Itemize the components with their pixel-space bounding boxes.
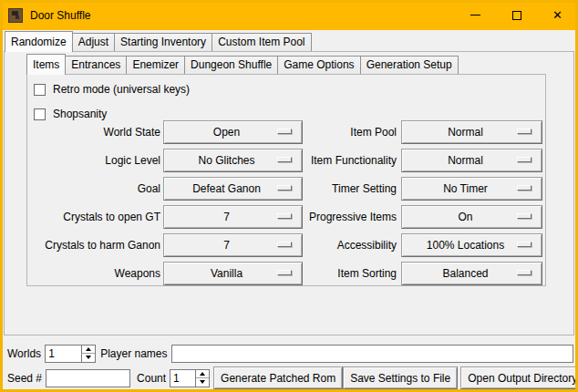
- crystals-ganon-value: 7: [223, 239, 230, 252]
- items-tab-panel: Retro mode (universal keys) Shopsanity W…: [26, 74, 546, 286]
- item-pool-dropdown[interactable]: Normal: [401, 120, 542, 144]
- shopsanity-option: Shopsanity: [34, 107, 107, 121]
- goal-value: Defeat Ganon: [192, 182, 261, 195]
- retro-mode-option: Retro mode (universal keys): [34, 82, 190, 97]
- worlds-label: Worlds: [7, 347, 41, 360]
- tab-items[interactable]: Items: [26, 54, 66, 75]
- weapons-dropdown[interactable]: Vanilla: [163, 262, 303, 285]
- worlds-spin-up-button[interactable]: [82, 346, 95, 354]
- triangle-up-icon: [200, 372, 205, 376]
- triangle-down-icon: [86, 356, 91, 359]
- settings-row-1: World State Open Item Pool Normal: [27, 120, 545, 144]
- triangle-up-icon: [86, 347, 91, 351]
- dropdown-indicator-icon: [277, 185, 292, 191]
- maximize-button[interactable]: [496, 0, 537, 30]
- crystals-gt-label: Crystals to open GT: [35, 211, 160, 223]
- item-sorting-label: Item Sorting: [303, 267, 397, 280]
- worlds-row: Worlds Player names: [7, 344, 573, 363]
- maximize-icon: [512, 11, 521, 20]
- seed-input[interactable]: [46, 369, 130, 387]
- timer-setting-value: No Timer: [443, 182, 488, 195]
- logic-level-dropdown[interactable]: No Glitches: [163, 149, 303, 172]
- settings-row-3: Goal Defeat Ganon Timer Setting No Timer: [27, 177, 545, 201]
- goal-dropdown[interactable]: Defeat Ganon: [163, 177, 303, 201]
- timer-setting-label: Timer Setting: [303, 182, 397, 195]
- retro-mode-label: Retro mode (universal keys): [53, 83, 190, 96]
- progressive-items-value: On: [458, 211, 472, 223]
- progressive-items-label: Progressive Items: [303, 211, 397, 223]
- dropdown-indicator-icon: [277, 157, 292, 162]
- seed-row: Seed # Count Generate Patched Rom Save S…: [7, 366, 574, 389]
- progressive-items-dropdown[interactable]: On: [401, 205, 542, 229]
- dropdown-indicator-icon: [517, 157, 532, 162]
- item-functionality-dropdown[interactable]: Normal: [401, 149, 542, 172]
- tab-randomize[interactable]: Randomize: [5, 31, 73, 52]
- tab-adjust[interactable]: Adjust: [72, 33, 115, 51]
- dropdown-indicator-icon: [517, 185, 532, 191]
- settings-grid: World State Open Item Pool Normal Logic …: [27, 120, 545, 290]
- timer-setting-dropdown[interactable]: No Timer: [401, 177, 542, 201]
- minimize-button[interactable]: [455, 0, 496, 30]
- app-icon: [8, 8, 23, 23]
- weapons-value: Vanilla: [211, 267, 243, 280]
- tab-game-options[interactable]: Game Options: [277, 56, 360, 74]
- worlds-spin-buttons: [81, 346, 95, 362]
- accessibility-value: 100% Locations: [427, 239, 504, 252]
- settings-row-6: Weapons Vanilla Item Sorting Balanced: [27, 262, 545, 285]
- crystals-ganon-dropdown[interactable]: 7: [163, 233, 303, 257]
- minimize-icon: [470, 15, 480, 15]
- inner-tab-bar: Items Entrances Enemizer Dungeon Shuffle…: [26, 52, 458, 74]
- settings-row-4: Crystals to open GT 7 Progressive Items …: [27, 205, 545, 229]
- tab-starting-inventory[interactable]: Starting Inventory: [114, 33, 212, 51]
- window-title: Door Shuffle: [30, 9, 91, 22]
- item-sorting-dropdown[interactable]: Balanced: [401, 262, 542, 285]
- save-settings-button[interactable]: Save Settings to File: [343, 366, 458, 389]
- count-spinner: [170, 369, 210, 387]
- shopsanity-checkbox[interactable]: [34, 108, 46, 120]
- crystals-ganon-label: Crystals to harm Ganon: [35, 239, 160, 252]
- player-names-input[interactable]: [171, 345, 574, 363]
- tab-entrances[interactable]: Entrances: [65, 56, 127, 74]
- dropdown-indicator-icon: [277, 213, 292, 219]
- goal-label: Goal: [35, 182, 160, 195]
- count-spin-buttons: [195, 370, 209, 387]
- settings-row-2: Logic Level No Glitches Item Functionali…: [27, 149, 545, 172]
- generate-patched-rom-button[interactable]: Generate Patched Rom: [213, 366, 343, 389]
- accessibility-dropdown[interactable]: 100% Locations: [401, 233, 542, 257]
- tab-dungeon-shuffle[interactable]: Dungeon Shuffle: [184, 56, 278, 74]
- seed-label: Seed #: [7, 372, 42, 385]
- crystals-gt-dropdown[interactable]: 7: [163, 205, 303, 229]
- dropdown-indicator-icon: [277, 242, 292, 247]
- tab-custom-item-pool[interactable]: Custom Item Pool: [212, 33, 311, 51]
- retro-mode-checkbox[interactable]: [34, 84, 46, 96]
- close-button[interactable]: ✕: [537, 0, 578, 30]
- player-names-label: Player names: [100, 347, 167, 360]
- world-state-dropdown[interactable]: Open: [163, 120, 303, 144]
- tab-generation-setup[interactable]: Generation Setup: [360, 56, 459, 74]
- titlebar: Door Shuffle ✕: [0, 0, 578, 30]
- world-state-value: Open: [213, 126, 240, 139]
- dropdown-indicator-icon: [517, 129, 532, 134]
- worlds-input[interactable]: [46, 346, 81, 362]
- tab-enemizer[interactable]: Enemizer: [126, 56, 185, 74]
- triangle-down-icon: [200, 380, 205, 384]
- app-window: Door Shuffle ✕ Randomize Adjust Starting…: [0, 0, 578, 392]
- dropdown-indicator-icon: [277, 270, 292, 275]
- weapons-label: Weapons: [35, 267, 160, 280]
- count-spin-up-button[interactable]: [196, 370, 209, 378]
- worlds-spin-down-button[interactable]: [82, 353, 95, 362]
- close-icon: ✕: [552, 9, 563, 21]
- crystals-gt-value: 7: [223, 211, 230, 223]
- worlds-spinner: [45, 345, 96, 363]
- open-output-directory-button[interactable]: Open Output Directory: [460, 366, 578, 389]
- randomize-tab-panel: Items Entrances Enemizer Dungeon Shuffle…: [4, 51, 574, 335]
- item-pool-value: Normal: [448, 126, 483, 139]
- count-spin-down-button[interactable]: [196, 377, 209, 387]
- count-input[interactable]: [170, 370, 195, 387]
- item-pool-label: Item Pool: [303, 126, 397, 139]
- world-state-label: World State: [35, 126, 160, 139]
- item-functionality-label: Item Functionality: [303, 154, 397, 167]
- item-sorting-value: Balanced: [442, 267, 488, 280]
- accessibility-label: Accessibility: [303, 239, 397, 252]
- settings-row-5: Crystals to harm Ganon 7 Accessibility 1…: [27, 233, 545, 257]
